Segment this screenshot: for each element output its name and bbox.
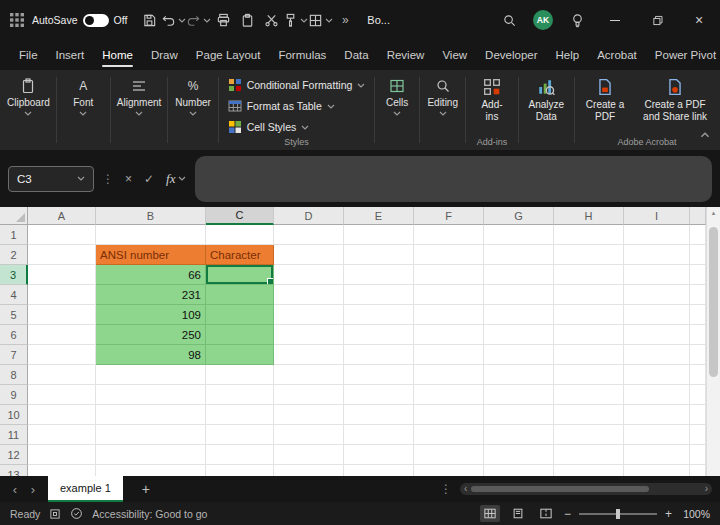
cell-A11[interactable] [28, 425, 96, 445]
cell-F4[interactable] [414, 285, 484, 305]
cell-H13[interactable] [554, 465, 624, 476]
scroll-up-icon[interactable]: ▴ [707, 209, 720, 217]
cell-E7[interactable] [344, 345, 414, 365]
cell-H8[interactable] [554, 365, 624, 385]
create-pdf-share-button[interactable]: Create a PDF and Share link [637, 78, 713, 122]
cell-F10[interactable] [414, 405, 484, 425]
quick-access-overflow[interactable]: » [333, 6, 357, 34]
formula-input[interactable] [195, 156, 712, 202]
row-header-9[interactable]: 9 [0, 385, 28, 405]
cell-I2[interactable] [624, 245, 690, 265]
cell-I5[interactable] [624, 305, 690, 325]
menu-item-help[interactable]: Help [547, 40, 589, 70]
ribbon-group-cells[interactable]: Cells [376, 70, 418, 150]
cell-H10[interactable] [554, 405, 624, 425]
sheet-nav-left[interactable]: ‹ [6, 482, 24, 497]
cell-H7[interactable] [554, 345, 624, 365]
cell-H12[interactable] [554, 445, 624, 465]
select-all-corner[interactable] [0, 207, 28, 225]
cell-A9[interactable] [28, 385, 96, 405]
cell-B7[interactable]: 98 [96, 345, 206, 365]
cell-E10[interactable] [344, 405, 414, 425]
row-header-10[interactable]: 10 [0, 405, 28, 425]
vertical-scrollbar-thumb[interactable] [709, 227, 718, 377]
cell-D3[interactable] [274, 265, 344, 285]
cell-G5[interactable] [484, 305, 554, 325]
cell-B5[interactable]: 109 [96, 305, 206, 325]
ribbon-group-editing[interactable]: Editing [421, 70, 465, 150]
cell-C7[interactable] [206, 345, 274, 365]
app-launcher-icon[interactable] [10, 13, 24, 27]
name-box[interactable]: C3 [8, 166, 94, 192]
menu-item-data[interactable]: Data [335, 40, 377, 70]
cell-E4[interactable] [344, 285, 414, 305]
analyze-data-button[interactable]: Analyze Data [525, 78, 569, 122]
search-button[interactable] [492, 6, 526, 34]
record-macro-icon[interactable] [49, 508, 61, 520]
accessibility-status[interactable]: Accessibility: Good to go [92, 508, 207, 520]
enter-button[interactable]: ✓ [141, 172, 157, 186]
row-header-13[interactable]: 13 [0, 465, 28, 476]
cell-F7[interactable] [414, 345, 484, 365]
cell-F11[interactable] [414, 425, 484, 445]
menu-item-power-pivot[interactable]: Power Pivot [646, 40, 720, 70]
cell-partial-12[interactable] [690, 445, 706, 465]
column-header-F[interactable]: F [414, 207, 484, 225]
cell-A12[interactable] [28, 445, 96, 465]
menu-item-page-layout[interactable]: Page Layout [187, 40, 270, 70]
cell-D6[interactable] [274, 325, 344, 345]
cell-G2[interactable] [484, 245, 554, 265]
cell-A6[interactable] [28, 325, 96, 345]
cell-C1[interactable] [206, 225, 274, 245]
add-sheet-button[interactable]: + [137, 481, 155, 497]
cell-C12[interactable] [206, 445, 274, 465]
cell-styles-button[interactable]: Cell Styles [228, 118, 310, 136]
cell-A8[interactable] [28, 365, 96, 385]
cell-C8[interactable] [206, 365, 274, 385]
cell-H6[interactable] [554, 325, 624, 345]
format-painter-button[interactable] [283, 6, 308, 34]
cell-H11[interactable] [554, 425, 624, 445]
cell-E6[interactable] [344, 325, 414, 345]
ribbon-group-font[interactable]: A Font [58, 70, 109, 150]
cell-G1[interactable] [484, 225, 554, 245]
column-header-G[interactable]: G [484, 207, 554, 225]
cell-F9[interactable] [414, 385, 484, 405]
cell-B8[interactable] [96, 365, 206, 385]
cell-partial-3[interactable] [690, 265, 706, 285]
cell-I9[interactable] [624, 385, 690, 405]
cell-D8[interactable] [274, 365, 344, 385]
cell-E5[interactable] [344, 305, 414, 325]
vertical-scrollbar[interactable]: ▴ [706, 207, 720, 476]
minimize-button[interactable] [594, 0, 636, 40]
cell-partial-8[interactable] [690, 365, 706, 385]
menu-item-review[interactable]: Review [378, 40, 434, 70]
cell-D12[interactable] [274, 445, 344, 465]
row-header-6[interactable]: 6 [0, 325, 28, 345]
create-pdf-button[interactable]: Create a PDF [581, 78, 629, 122]
cell-D5[interactable] [274, 305, 344, 325]
cell-G12[interactable] [484, 445, 554, 465]
zoom-slider-knob[interactable] [616, 509, 620, 519]
cell-I10[interactable] [624, 405, 690, 425]
cell-E13[interactable] [344, 465, 414, 476]
cell-D11[interactable] [274, 425, 344, 445]
cell-partial-13[interactable] [690, 465, 706, 476]
menu-item-formulas[interactable]: Formulas [269, 40, 335, 70]
column-header-B[interactable]: B [96, 207, 206, 225]
view-page-layout-button[interactable] [508, 505, 528, 522]
cell-I11[interactable] [624, 425, 690, 445]
addins-button[interactable]: Add-ins [472, 78, 511, 122]
cell-F6[interactable] [414, 325, 484, 345]
cell-C2[interactable]: Character [206, 245, 274, 265]
scroll-left-icon[interactable]: ‹ [464, 484, 467, 494]
column-header-A[interactable]: A [28, 207, 96, 225]
row-header-8[interactable]: 8 [0, 365, 28, 385]
cell-D4[interactable] [274, 285, 344, 305]
cell-I6[interactable] [624, 325, 690, 345]
column-header-H[interactable]: H [554, 207, 624, 225]
row-header-11[interactable]: 11 [0, 425, 28, 445]
view-normal-button[interactable] [480, 505, 500, 522]
cell-C11[interactable] [206, 425, 274, 445]
cell-D7[interactable] [274, 345, 344, 365]
